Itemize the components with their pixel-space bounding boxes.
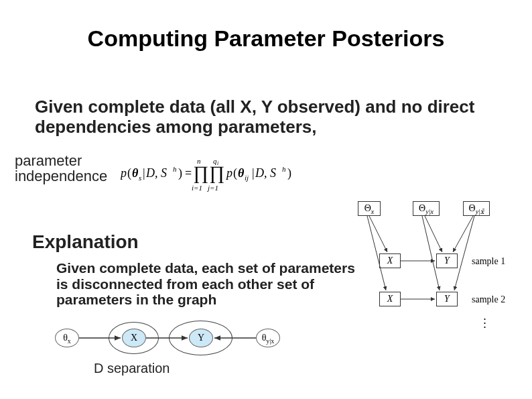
sample-2-label: sample 2 [472, 294, 505, 305]
explanation-paragraph: Given complete data, each set of paramet… [56, 260, 364, 308]
svg-text:D, S: D, S [145, 166, 167, 180]
node-theta-x: θx [55, 329, 79, 347]
intro-paragraph: Given complete data (all X, Y observed) … [35, 97, 497, 137]
slide-title: Computing Parameter Posteriors [0, 25, 532, 52]
svg-text:i=1: i=1 [192, 184, 202, 192]
node-y-sample2: Y [436, 292, 458, 306]
node-cap-theta-y-given-notx: Θy|x̄ [463, 201, 490, 216]
svg-text:D, S: D, S [255, 166, 276, 180]
node-y-sample1: Y [436, 253, 458, 268]
node-y: Y [189, 329, 213, 347]
plate-diagram: Θx Θy|x Θy|x̄ X Y X Y sample 1 sample 2 … [352, 201, 520, 355]
svg-text:θ: θ [132, 166, 139, 180]
svg-text:∏: ∏ [209, 162, 224, 184]
d-separation-diagram: θx X Y θy|x [55, 329, 323, 362]
node-cap-theta-x: Θx [358, 201, 381, 216]
svg-line-27 [369, 216, 387, 252]
svg-text:p: p [225, 166, 232, 180]
parameter-independence-label: parameter independence [15, 153, 115, 184]
svg-text:∏: ∏ [193, 162, 208, 184]
svg-text:ij: ij [245, 174, 249, 182]
svg-text:s: s [139, 174, 141, 182]
svg-line-29 [425, 216, 442, 252]
svg-text:h: h [282, 165, 286, 173]
svg-text:θ: θ [238, 166, 245, 180]
svg-text:=: = [185, 166, 192, 180]
svg-text:p: p [121, 166, 127, 180]
svg-text:|: | [143, 166, 145, 180]
vertical-dots-icon: ··· [483, 317, 486, 329]
sample-1-label: sample 1 [472, 256, 505, 267]
svg-text:h: h [173, 165, 177, 173]
node-x-sample1: X [379, 253, 401, 268]
svg-text:|: | [252, 166, 255, 180]
svg-text:(: ( [233, 166, 237, 180]
svg-text:): ) [287, 166, 291, 180]
node-x: X [122, 329, 146, 347]
svg-line-31 [453, 216, 473, 252]
posterior-formula: p ( θ s | D, S h ) = n ∏ i=1 q i ∏ j=1 p… [121, 156, 322, 196]
node-theta-y-given-x: θy|x [256, 329, 280, 347]
d-separation-label: D separation [94, 361, 170, 376]
svg-text:): ) [178, 166, 182, 180]
svg-text:(: ( [127, 166, 131, 180]
node-x-sample2: X [379, 292, 401, 306]
svg-text:j=1: j=1 [206, 184, 218, 192]
explanation-heading: Explanation [32, 231, 139, 253]
node-cap-theta-y-given-x: Θy|x [413, 201, 440, 216]
